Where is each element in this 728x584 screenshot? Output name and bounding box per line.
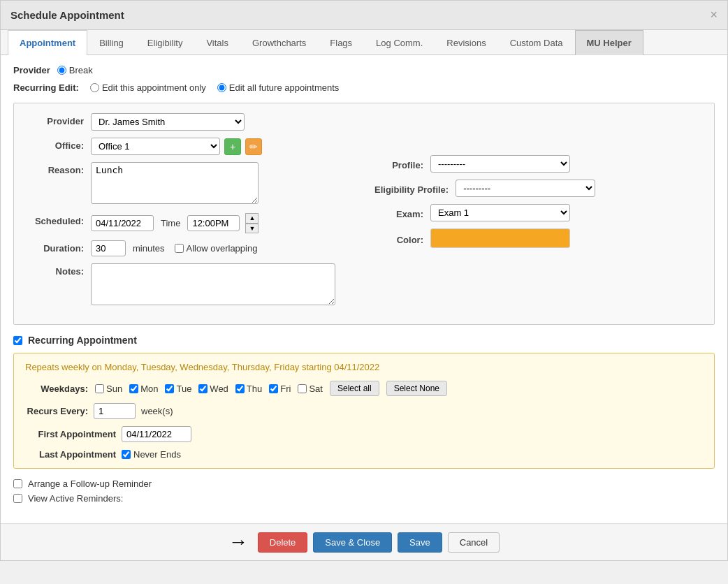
- day-sat-checkbox[interactable]: [298, 384, 307, 393]
- time-down-button[interactable]: ▼: [245, 224, 259, 234]
- provider-label: Provider: [28, 113, 91, 126]
- dialog-title: Schedule Appointment: [10, 9, 124, 21]
- office-edit-button[interactable]: ✏: [245, 138, 262, 155]
- tab-billing[interactable]: Billing: [87, 30, 136, 55]
- view-reminders-checkbox[interactable]: [13, 494, 22, 503]
- recurs-every-input[interactable]: [94, 403, 136, 419]
- close-button[interactable]: ×: [710, 8, 718, 22]
- edit-this-radio[interactable]: [90, 83, 99, 92]
- provider-select[interactable]: Dr. James Smith: [91, 113, 245, 131]
- day-sun-label[interactable]: Sun: [95, 384, 122, 394]
- tab-bar: Appointment Billing Eligibility Vitals G…: [1, 30, 727, 55]
- duration-input[interactable]: [91, 240, 126, 256]
- office-label: Office:: [28, 138, 91, 151]
- type-break-label[interactable]: Break: [57, 65, 93, 75]
- office-add-button[interactable]: +: [224, 138, 241, 155]
- day-fri-label[interactable]: Fri: [269, 384, 291, 394]
- day-mon-checkbox[interactable]: [129, 384, 138, 393]
- allow-overlapping-text: Allow overlapping: [187, 243, 258, 254]
- schedule-appointment-dialog: Schedule Appointment × Appointment Billi…: [0, 0, 728, 561]
- notes-row: Notes:: [28, 263, 354, 307]
- tab-customdata[interactable]: Custom Data: [498, 30, 575, 55]
- form-panel: Provider Dr. James Smith Office: Offic: [13, 103, 715, 325]
- select-none-button[interactable]: Select None: [386, 381, 447, 396]
- arrange-followup-row: Arrange a Follow-up Reminder: [13, 479, 715, 489]
- duration-field: minutes Allow overlapping: [91, 240, 354, 256]
- cancel-button[interactable]: Cancel: [448, 532, 500, 553]
- recurs-every-label: Recurs Every:: [25, 406, 88, 416]
- notes-textarea[interactable]: [91, 263, 335, 305]
- time-input[interactable]: [187, 215, 240, 231]
- day-fri-text: Fri: [280, 384, 291, 394]
- day-tue-checkbox[interactable]: [165, 384, 174, 393]
- reason-label: Reason:: [28, 162, 91, 175]
- day-fri-checkbox[interactable]: [269, 384, 278, 393]
- dialog-footer: → Delete Save & Close Save Cancel: [1, 523, 727, 560]
- save-button[interactable]: Save: [398, 532, 442, 553]
- edit-all-text: Edit all future appointments: [229, 82, 340, 93]
- tab-eligibility[interactable]: Eligibility: [136, 30, 195, 55]
- tab-revisions[interactable]: Revisions: [435, 30, 497, 55]
- day-sat-label[interactable]: Sat: [298, 384, 323, 394]
- eligibility-profile-label: Eligibility Profile:: [374, 182, 456, 195]
- day-wed-text: Wed: [210, 384, 228, 394]
- day-wed-checkbox[interactable]: [198, 384, 208, 393]
- tab-muhelper[interactable]: MU Helper: [575, 30, 643, 55]
- tab-appointment[interactable]: Appointment: [8, 30, 87, 55]
- edit-all-label[interactable]: Edit all future appointments: [217, 82, 340, 93]
- dialog-body: Provider Break Recurring Edit: Edit this…: [1, 55, 727, 523]
- first-appointment-row: First Appointment: [25, 426, 703, 442]
- type-break-radio[interactable]: [57, 66, 66, 75]
- first-appointment-label: First Appointment: [25, 429, 116, 439]
- time-up-button[interactable]: ▲: [245, 213, 259, 224]
- eligibility-profile-select[interactable]: ---------: [456, 180, 595, 197]
- never-ends-label[interactable]: Never Ends: [122, 449, 181, 460]
- edit-all-radio[interactable]: [217, 83, 226, 92]
- allow-overlapping-checkbox[interactable]: [175, 244, 184, 253]
- recurring-checkbox-row: Recurring Appointment: [13, 335, 715, 346]
- eligibility-profile-row: Eligibility Profile: ---------: [374, 180, 700, 197]
- day-tue-label[interactable]: Tue: [165, 384, 191, 394]
- day-wed-label[interactable]: Wed: [198, 384, 228, 394]
- day-thu-checkbox[interactable]: [235, 384, 245, 393]
- recurring-panel: Repeats weekly on Monday, Tuesday, Wedne…: [13, 353, 715, 469]
- provider-row: Provider Dr. James Smith: [28, 113, 354, 131]
- profile-label: Profile:: [374, 157, 430, 170]
- last-appointment-label: Last Appointment: [25, 449, 116, 460]
- day-sun-checkbox[interactable]: [95, 384, 104, 393]
- office-row: Office: Office 1 + ✏: [28, 138, 354, 155]
- reason-field: [91, 162, 354, 206]
- scheduled-label: Scheduled:: [28, 213, 91, 226]
- first-appointment-input[interactable]: [122, 426, 191, 442]
- tab-growthcharts[interactable]: Growthcharts: [240, 30, 318, 55]
- profile-select[interactable]: ---------: [430, 155, 570, 173]
- select-all-button[interactable]: Select all: [330, 381, 379, 396]
- recurring-appointment-checkbox[interactable]: [13, 336, 22, 345]
- color-picker[interactable]: [430, 228, 570, 248]
- tab-vitals[interactable]: Vitals: [194, 30, 240, 55]
- view-reminders-row: View Active Reminders:: [13, 493, 715, 504]
- recurring-edit-label: Recurring Edit:: [13, 82, 79, 93]
- day-sun-text: Sun: [106, 384, 122, 394]
- edit-this-label[interactable]: Edit this appointment only: [90, 82, 206, 93]
- allow-overlapping-label[interactable]: Allow overlapping: [175, 243, 258, 254]
- day-thu-label[interactable]: Thu: [235, 384, 262, 394]
- exam-select[interactable]: Exam 1: [430, 204, 570, 221]
- reason-row: Reason:: [28, 162, 354, 206]
- day-mon-label[interactable]: Mon: [129, 384, 158, 394]
- scheduled-date-input[interactable]: [91, 215, 154, 231]
- never-ends-checkbox[interactable]: [122, 450, 131, 459]
- tab-logcomm[interactable]: Log Comm.: [364, 30, 435, 55]
- provider-field: Dr. James Smith: [91, 113, 354, 131]
- form-two-col: Provider Dr. James Smith Office: Offic: [28, 113, 700, 314]
- last-appointment-row: Last Appointment Never Ends: [25, 449, 703, 460]
- arrange-followup-checkbox[interactable]: [13, 479, 22, 488]
- office-select[interactable]: Office 1: [91, 138, 220, 155]
- day-sat-text: Sat: [309, 384, 323, 394]
- delete-button[interactable]: Delete: [258, 532, 308, 553]
- reason-textarea[interactable]: [91, 162, 259, 204]
- notes-field: [91, 263, 354, 307]
- recurring-info: Repeats weekly on Monday, Tuesday, Wedne…: [25, 362, 703, 372]
- tab-flags[interactable]: Flags: [318, 30, 364, 55]
- save-close-button[interactable]: Save & Close: [313, 532, 392, 553]
